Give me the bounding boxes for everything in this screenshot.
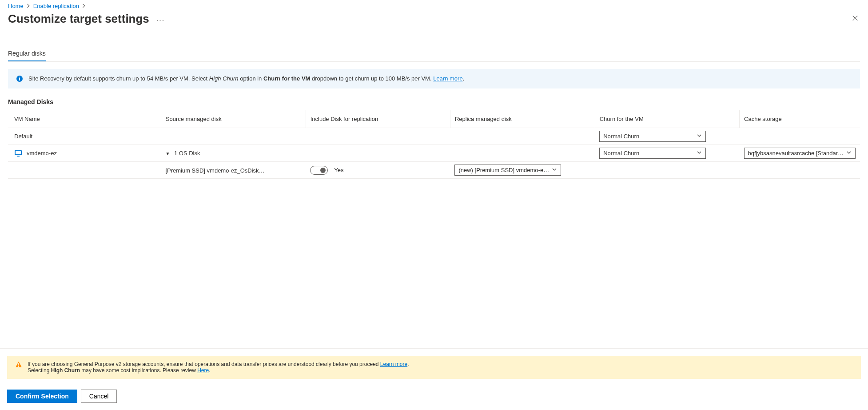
warn-learn-more-link[interactable]: Learn more xyxy=(380,361,407,367)
svg-rect-1 xyxy=(19,78,20,80)
svg-rect-5 xyxy=(17,156,20,157)
vm-icon xyxy=(14,150,22,157)
info-learn-more-link[interactable]: Learn more xyxy=(433,75,462,82)
cache-storage-dropdown[interactable]: bqfjybsasnevaultasrcache [Standar… xyxy=(744,148,856,159)
more-actions-icon[interactable]: ··· xyxy=(156,16,165,24)
col-replica-managed-disk: Replica managed disk xyxy=(450,110,595,128)
svg-point-7 xyxy=(18,366,19,367)
chevron-down-icon xyxy=(846,150,852,157)
chevron-down-icon xyxy=(697,150,702,157)
managed-disks-heading: Managed Disks xyxy=(8,98,860,105)
warning-banner: If you are choosing General Purpose v2 s… xyxy=(7,356,861,379)
include-disk-value: Yes xyxy=(334,167,343,173)
os-disk-count: 1 OS Disk xyxy=(174,150,200,157)
breadcrumb-enable-replication[interactable]: Enable replication xyxy=(33,3,79,9)
expand-toggle-icon[interactable]: ▼ xyxy=(165,151,170,156)
warn-here-link[interactable]: Here xyxy=(197,367,209,374)
chevron-down-icon xyxy=(552,167,557,173)
default-label: Default xyxy=(8,128,161,145)
svg-point-2 xyxy=(19,77,20,78)
table-row-disk: [Premium SSD] vmdemo-ez_OsDisk_1_… Yes (… xyxy=(8,162,860,179)
page-title: Customize target settings xyxy=(8,12,149,26)
confirm-selection-button[interactable]: Confirm Selection xyxy=(7,390,77,403)
warning-text: If you are choosing General Purpose v2 s… xyxy=(28,361,409,374)
col-include-disk: Include Disk for replication xyxy=(306,110,450,128)
info-icon xyxy=(16,75,23,82)
managed-disks-table: VM Name Source managed disk Include Disk… xyxy=(8,110,860,179)
cancel-button[interactable]: Cancel xyxy=(81,390,117,403)
svg-rect-6 xyxy=(18,363,19,366)
col-source-managed-disk: Source managed disk xyxy=(161,110,306,128)
breadcrumb-home[interactable]: Home xyxy=(8,3,24,9)
chevron-down-icon xyxy=(697,133,702,140)
vm-name-label: vmdemo-ez xyxy=(27,150,57,157)
table-row-default: Default Normal Churn xyxy=(8,128,860,145)
info-banner-text: Site Recovery by default supports churn … xyxy=(28,75,464,82)
chevron-right-icon xyxy=(82,3,86,9)
info-banner: Site Recovery by default supports churn … xyxy=(8,69,860,88)
svg-rect-4 xyxy=(16,151,21,154)
tab-regular-disks[interactable]: Regular disks xyxy=(8,47,46,61)
close-icon[interactable] xyxy=(850,14,860,24)
chevron-right-icon xyxy=(26,3,31,9)
vm-churn-dropdown[interactable]: Normal Churn xyxy=(599,148,706,159)
replica-disk-dropdown[interactable]: (new) [Premium SSD] vmdemo-ez_… xyxy=(454,165,561,176)
tab-bar: Regular disks xyxy=(8,47,860,62)
col-vm-name: VM Name xyxy=(8,110,161,128)
default-churn-dropdown[interactable]: Normal Churn xyxy=(599,131,706,142)
col-cache-storage: Cache storage xyxy=(740,110,860,128)
source-disk-label: [Premium SSD] vmdemo-ez_OsDisk_1_… xyxy=(165,167,267,174)
warning-icon xyxy=(15,361,22,374)
table-row-vm: vmdemo-ez ▼ 1 OS Disk Normal Churn xyxy=(8,145,860,162)
col-churn-for-vm: Churn for the VM xyxy=(595,110,739,128)
breadcrumb: Home Enable replication xyxy=(8,3,860,9)
include-disk-toggle[interactable] xyxy=(310,166,328,175)
